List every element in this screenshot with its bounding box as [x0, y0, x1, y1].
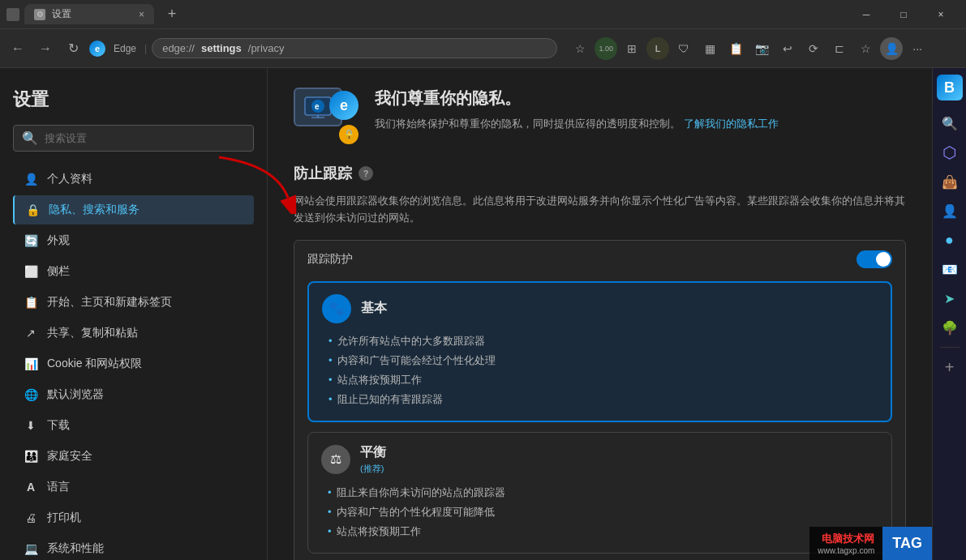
watermark-container: 电脑技术网 www.tagxp.com TAG [809, 527, 932, 560]
window-icon [6, 8, 19, 21]
search-icon: 🔍 [22, 130, 38, 146]
sidebar-item-label: 共享、复制和粘贴 [47, 326, 138, 340]
minimize-button[interactable]: ─ [848, 0, 885, 29]
sidebar-item-printer[interactable]: 🖨 打印机 [13, 503, 254, 532]
edge-logo: e [89, 41, 105, 57]
tracking-header: 跟踪防护 [307, 250, 892, 268]
sidebar-divider [940, 347, 960, 348]
back-button[interactable]: ← [6, 37, 29, 60]
sidebar-item-family[interactable]: 👨‍👩‍👦 家庭安全 [13, 442, 254, 471]
balance-option-title: 平衡 [360, 444, 386, 461]
bing-send-btn[interactable]: ➤ [937, 285, 963, 311]
sidebar-item-label: 侧栏 [47, 264, 70, 279]
extension-badge-btn[interactable]: 1.00 [595, 37, 617, 60]
option-header-basic: 🐾 基本 [322, 294, 878, 323]
privacy-desc: 我们将始终保护和尊重你的隐私，同时提供应得的透明度和控制。 了解我们的隐私工作 [375, 116, 779, 132]
sidebar-item-label: 家庭安全 [47, 449, 92, 464]
sidebar-item-browser[interactable]: 🌐 默认浏览器 [13, 380, 254, 409]
basic-option-icon: 🐾 [322, 294, 351, 323]
browser-tab[interactable]: ⚙ 设置 × [24, 4, 154, 24]
sidebar-item-label: 个人资料 [47, 172, 92, 186]
system-nav-icon: 💻 [23, 541, 39, 557]
search-box[interactable]: 🔍 [13, 125, 254, 152]
sidebar-item-system[interactable]: 💻 系统和性能 [13, 534, 254, 560]
sidebar-item-privacy[interactable]: 🔒 隐私、搜索和服务 [13, 195, 254, 224]
history-btn[interactable]: ↩ [776, 37, 799, 60]
sidebar-item-label: Cookie 和网站权限 [47, 357, 142, 371]
refresh-button[interactable]: ↻ [62, 37, 84, 60]
favorites-icon-btn[interactable]: ☆ [569, 37, 591, 60]
bing-apps-btn[interactable]: ⬡ [937, 139, 963, 165]
close-tab-button[interactable]: × [139, 9, 144, 20]
downloads-nav-icon: ⬇ [23, 417, 39, 434]
media-btn[interactable]: ▦ [698, 37, 721, 60]
bing-wallet-btn[interactable]: 👜 [937, 169, 963, 195]
sidebar-item-cookies[interactable]: 📊 Cookie 和网站权限 [13, 349, 254, 378]
sidebar-item-appearance[interactable]: 🔄 外观 [13, 226, 254, 255]
profile-nav-icon: 👤 [23, 171, 39, 187]
sidebar-item-profile[interactable]: 👤 个人资料 [13, 165, 254, 194]
section-title: 防止跟踪 ? [294, 164, 906, 183]
window-controls: ─ □ × [848, 0, 960, 29]
basic-option-list: 允许所有站点中的大多数跟踪器 内容和广告可能会经过个性化处理 站点将按预期工作 … [322, 331, 878, 409]
option-card-balance[interactable]: ⚖ 平衡 (推荐) 阻止来自你尚未访问的站点的跟踪器 内容和广告的个性化程度可能… [307, 432, 892, 554]
sidebar-item-label: 系统和性能 [47, 541, 104, 556]
sidebar-nav-icon: ⬜ [23, 263, 39, 280]
titlebar-left: ⚙ 设置 × + [6, 4, 182, 24]
camera-btn[interactable]: 📷 [750, 37, 773, 60]
balance-option-subtitle: (推荐) [360, 463, 386, 475]
tracking-toggle-label: 跟踪防护 [307, 252, 353, 267]
list-item: 站点将按预期工作 [328, 370, 878, 390]
balance-option-list: 阻止来自你尚未访问的站点的跟踪器 内容和广告的个性化程度可能降低 站点将按预期工… [321, 483, 878, 541]
sidebar-item-language[interactable]: A 语言 [13, 472, 254, 502]
sidebar-item-label: 外观 [47, 233, 70, 248]
list-item: 内容和广告的个性化程度可能降低 [328, 502, 878, 522]
bing-circle-btn[interactable]: ● [937, 227, 963, 253]
printer-nav-icon: 🖨 [23, 510, 39, 526]
address-bar[interactable]: edge://settings/privacy [152, 38, 557, 58]
help-icon[interactable]: ? [358, 166, 373, 181]
address-suffix: /privacy [248, 42, 285, 54]
privacy-header: e e 🔒 我们尊重你的隐私。 我们将始终保护和尊重你的隐私，同时提供应得的透明… [294, 88, 906, 144]
tracking-protection-box: 跟踪防护 🐾 基本 允许所有站点中的大多数跟踪器 内容和广告可能会经过个性化处理… [294, 240, 906, 560]
bing-game-btn[interactable]: 🌳 [937, 314, 963, 340]
search-input[interactable] [45, 132, 245, 144]
shield-btn[interactable]: 🛡 [672, 37, 695, 60]
maximize-button[interactable]: □ [885, 0, 922, 29]
sync-btn[interactable]: ⟳ [802, 37, 825, 60]
forward-button[interactable]: → [34, 37, 57, 60]
family-nav-icon: 👨‍👩‍👦 [23, 448, 39, 464]
option-card-basic[interactable]: 🐾 基本 允许所有站点中的大多数跟踪器 内容和广告可能会经过个性化处理 站点将按… [307, 281, 892, 422]
bing-search-btn[interactable]: 🔍 [937, 110, 963, 136]
privacy-icon-container: e e 🔒 [294, 88, 358, 144]
sidebar-item-sidebar[interactable]: ⬜ 侧栏 [13, 257, 254, 286]
bing-add-btn[interactable]: + [937, 354, 963, 380]
privacy-link[interactable]: 了解我们的隐私工作 [684, 118, 779, 130]
cookies-nav-icon: 📊 [23, 356, 39, 372]
collections-btn[interactable]: ⊞ [620, 37, 643, 60]
address-highlight: settings [201, 42, 242, 54]
more-button[interactable]: ··· [906, 37, 929, 60]
screenshot-btn[interactable]: 📋 [724, 37, 747, 60]
navbar: ← → ↻ e Edge | edge://settings/privacy ☆… [0, 29, 966, 68]
reading-mode-btn[interactable]: L [646, 37, 669, 60]
new-tab-button[interactable]: + [162, 5, 182, 24]
option-header-balance: ⚖ 平衡 (推荐) [321, 444, 878, 475]
bing-icon[interactable]: B [937, 75, 963, 100]
titlebar: ⚙ 设置 × + ─ □ × [0, 0, 966, 29]
settings-title: 设置 [13, 88, 254, 112]
privacy-nav-icon: 🔒 [24, 202, 41, 218]
sidebar-item-newtab[interactable]: 📋 开始、主页和新建标签页 [13, 288, 254, 317]
watermark-text: 电脑技术网 www.tagxp.com [809, 527, 882, 560]
sidebar-item-label: 默认浏览器 [47, 387, 104, 402]
sidebar-item-share[interactable]: ↗ 共享、复制和粘贴 [13, 318, 254, 348]
split-btn[interactable]: ⊏ [828, 37, 851, 60]
bing-person-btn[interactable]: 👤 [937, 198, 963, 224]
profile-button[interactable]: 👤 [880, 37, 903, 60]
close-window-button[interactable]: × [922, 0, 960, 29]
bing-outlook-btn[interactable]: 📧 [937, 256, 963, 282]
sidebar-item-downloads[interactable]: ⬇ 下载 [13, 411, 254, 440]
bookmark-btn[interactable]: ☆ [854, 37, 877, 60]
balance-option-icon: ⚖ [321, 445, 350, 474]
tracking-toggle[interactable] [857, 250, 892, 268]
